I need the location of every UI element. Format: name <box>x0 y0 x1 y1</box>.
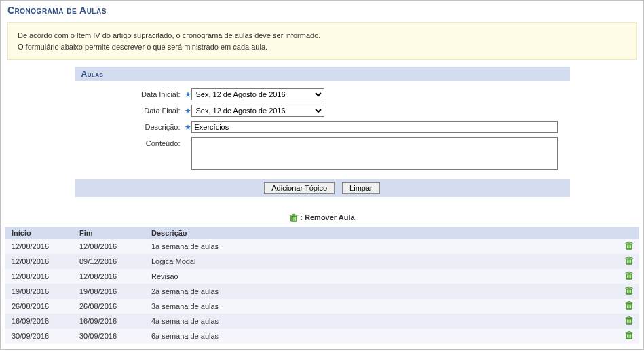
data-inicial-select[interactable]: Sex, 12 de Agosto de 2016 <box>191 88 324 100</box>
cell-descricao: 2a semana de aulas <box>147 287 619 295</box>
col-header-fim: Fim <box>79 229 147 237</box>
svg-rect-5 <box>293 214 296 215</box>
remove-aula-button[interactable] <box>624 331 634 340</box>
cell-fim: 30/09/2016 <box>79 332 147 340</box>
data-inicial-label: Data Inicial: <box>81 88 183 98</box>
conteudo-textarea[interactable] <box>191 137 558 170</box>
svg-rect-19 <box>627 275 628 278</box>
remove-aula-button[interactable] <box>624 271 634 280</box>
svg-rect-41 <box>628 316 630 318</box>
cell-fim: 19/08/2016 <box>79 287 147 295</box>
svg-rect-39 <box>630 320 631 323</box>
table-row: 26/08/201626/08/20163a semana de aulas <box>5 299 639 314</box>
data-final-label: Data Final: <box>81 105 183 115</box>
svg-rect-23 <box>628 272 630 273</box>
svg-rect-3 <box>296 217 297 221</box>
svg-rect-14 <box>629 260 630 263</box>
table-row: 30/09/201630/09/20166a semana de aulas <box>5 329 639 344</box>
table-row: 19/08/201619/08/20162a semana de aulas <box>5 284 639 299</box>
cell-inicio: 12/08/2016 <box>5 257 79 265</box>
col-header-inicio: Início <box>5 229 79 237</box>
adicionar-topico-button[interactable]: Adicionar Tópico <box>264 182 335 194</box>
svg-rect-38 <box>629 320 630 323</box>
svg-rect-32 <box>629 305 630 308</box>
required-star-icon: ★ <box>183 105 191 115</box>
remove-aula-button[interactable] <box>624 316 634 325</box>
table-row: 12/08/201612/08/20161a semana de aulas <box>5 239 639 254</box>
table-row: 12/08/201612/08/2016Revisão <box>5 269 639 284</box>
descricao-label: Descrição: <box>81 121 183 131</box>
descricao-input[interactable] <box>191 121 558 133</box>
legend: : Remover Aula <box>1 213 643 223</box>
trash-icon <box>289 213 299 223</box>
svg-rect-15 <box>630 260 631 263</box>
svg-rect-13 <box>627 260 628 263</box>
svg-rect-33 <box>630 305 631 308</box>
col-header-descricao: Descrição <box>147 229 619 237</box>
svg-rect-26 <box>629 290 630 293</box>
page-title: Cronograma de Aulas <box>1 1 643 18</box>
table-header-row: Início Fim Descrição <box>5 227 639 239</box>
svg-rect-17 <box>628 257 630 258</box>
form-area: Data Inicial: ★ Sex, 12 de Agosto de 201… <box>75 81 570 179</box>
svg-rect-35 <box>628 301 630 303</box>
cell-inicio: 19/08/2016 <box>5 287 79 295</box>
remove-aula-button[interactable] <box>624 286 634 295</box>
section-header: Aulas <box>75 67 570 81</box>
cell-descricao: 4a semana de aulas <box>147 317 619 325</box>
svg-rect-21 <box>630 275 631 278</box>
svg-rect-7 <box>627 245 628 248</box>
legend-text: : Remover Aula <box>300 213 354 221</box>
cell-fim: 12/08/2016 <box>79 242 147 251</box>
data-final-select[interactable]: Sex, 12 de Agosto de 2016 <box>191 105 324 117</box>
spacer <box>183 137 191 139</box>
svg-rect-1 <box>292 217 292 221</box>
svg-rect-27 <box>630 290 631 293</box>
cell-fim: 16/09/2016 <box>79 317 147 325</box>
cell-descricao: Lógica Modal <box>147 257 619 265</box>
cell-fim: 26/08/2016 <box>79 302 147 310</box>
aulas-section: Aulas Data Inicial: ★ Sex, 12 de Agosto … <box>75 67 570 197</box>
conteudo-label: Conteúdo: <box>81 137 183 147</box>
cell-fim: 09/12/2016 <box>79 257 147 265</box>
button-bar: Adicionar Tópico Limpar <box>75 179 570 197</box>
cell-descricao: Revisão <box>147 272 619 280</box>
cell-inicio: 16/09/2016 <box>5 317 79 325</box>
info-line-2: O formulário abaixo permite descrever o … <box>18 43 267 51</box>
svg-rect-45 <box>630 335 631 338</box>
cell-descricao: 1a semana de aulas <box>147 242 619 251</box>
svg-rect-44 <box>629 335 630 338</box>
svg-rect-8 <box>629 245 630 248</box>
cell-descricao: 3a semana de aulas <box>147 302 619 310</box>
svg-rect-47 <box>628 331 630 333</box>
cell-inicio: 12/08/2016 <box>5 272 79 280</box>
remove-aula-button[interactable] <box>624 301 634 310</box>
limpar-button[interactable]: Limpar <box>342 182 380 194</box>
table-row: 12/08/201609/12/2016Lógica Modal <box>5 254 639 269</box>
remove-aula-button[interactable] <box>624 256 634 265</box>
info-line-1: De acordo com o Item IV do artigo suprac… <box>18 31 320 39</box>
aulas-table: Início Fim Descrição 12/08/201612/08/201… <box>5 227 639 344</box>
cell-inicio: 30/09/2016 <box>5 332 79 340</box>
svg-rect-29 <box>628 287 630 288</box>
svg-rect-43 <box>627 335 628 338</box>
cell-fim: 12/08/2016 <box>79 272 147 280</box>
info-box: De acordo com o Item IV do artigo suprac… <box>7 22 637 60</box>
svg-rect-31 <box>627 305 628 308</box>
required-star-icon: ★ <box>183 121 191 132</box>
svg-rect-25 <box>627 290 628 293</box>
svg-rect-20 <box>629 275 630 278</box>
cell-inicio: 12/08/2016 <box>5 242 79 251</box>
svg-rect-2 <box>294 217 295 221</box>
svg-rect-9 <box>630 245 631 248</box>
required-star-icon: ★ <box>183 88 191 99</box>
cell-descricao: 6a semana de aulas <box>147 332 619 340</box>
cell-inicio: 26/08/2016 <box>5 302 79 310</box>
remove-aula-button[interactable] <box>624 241 634 251</box>
table-row: 16/09/201616/09/20164a semana de aulas <box>5 314 639 329</box>
svg-rect-11 <box>628 242 630 243</box>
svg-rect-37 <box>627 320 628 323</box>
